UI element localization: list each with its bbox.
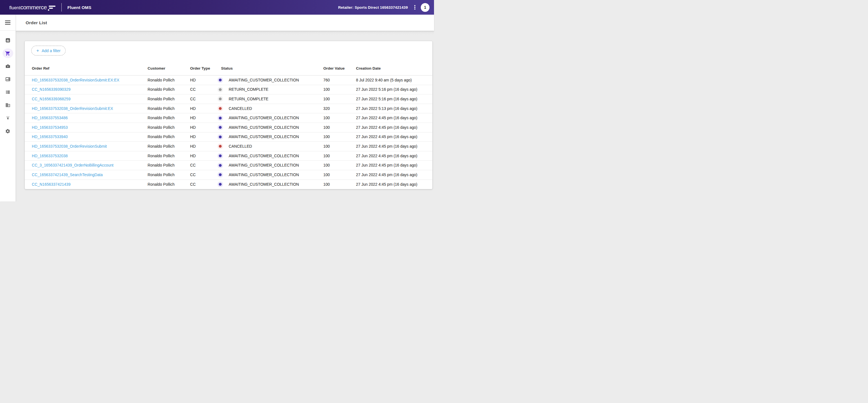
column-header-order-ref: Order Ref [32,66,148,70]
order-type-cell: HD [190,125,217,129]
order-ref-link[interactable]: CC_1656337421439_SearchTestingData [32,173,148,177]
filter-bar: + Add a filter [25,46,432,56]
hamburger-menu-icon[interactable] [0,15,16,31]
table-row: CC_1656337421439_SearchTestingDataRonald… [25,170,432,180]
status-dot-icon [219,164,222,167]
creation-date-cell: 27 Jun 2022 4:45 pm (16 days ago) [356,144,425,148]
order-type-cell: HD [190,144,217,148]
status-dot-icon [219,117,222,119]
order-ref-link[interactable]: CC_3_1656337421439_OrderNoBillingAccount [32,163,148,167]
table-row: HD_1656337533940Ronaldo PollichHDAWAITIN… [25,133,432,142]
sidebar-item-bar-chart[interactable] [0,34,16,47]
order-type-cell: CC [190,182,217,186]
customer-cell: Ronaldo Pollich [148,154,190,158]
customer-cell: Ronaldo Pollich [148,182,190,186]
customer-cell: Ronaldo Pollich [148,78,190,82]
status-cell: RETURN_COMPLETE [217,96,323,102]
status-dot-icon [219,97,222,100]
order-value-cell: 100 [323,116,356,120]
topbar: fluentcommerce Fluent OMS Retailer: Spor… [0,0,434,15]
status-dot-halo [217,153,223,159]
sidebar-item-briefcase-play[interactable] [0,60,16,73]
kebab-menu-icon[interactable] [413,5,417,10]
table-header-row: Order Ref Customer Order Type Status Ord… [25,61,432,76]
retailer-context-label: Retailer: Sports Direct 1656337421439 [338,5,408,9]
order-ref-link[interactable]: CC_N1656337421439 [32,182,148,186]
main-area: Order List + Add a filter Order Ref Cust… [16,15,434,202]
order-ref-link[interactable]: CC_N1656339390329 [32,87,148,92]
status-dot-icon [219,173,222,176]
add-filter-button[interactable]: + Add a filter [31,46,66,56]
order-ref-link[interactable]: HD_1656337532038_OrderRevisionSubmit:EX:… [32,78,148,82]
order-ref-link[interactable]: HD_1656337553486 [32,116,148,120]
sidebar-item-funnel-sparks[interactable] [0,112,16,124]
customer-cell: Ronaldo Pollich [148,107,190,111]
table-row: HD_1656337553486Ronaldo PollichHDAWAITIN… [25,113,432,123]
order-ref-link[interactable]: HD_1656337532038_OrderRevisionSubmit [32,144,148,148]
brand-logo-secondary: commerce [20,4,47,11]
add-filter-label: Add a filter [42,49,61,53]
vertical-dots-icon [413,5,417,10]
order-value-cell: 100 [323,154,356,158]
table-body: HD_1656337532038_OrderRevisionSubmit:EX:… [25,76,432,189]
sidebar-item-building[interactable] [0,98,16,112]
status-dot-icon [219,145,222,148]
gear-icon [5,128,10,134]
customer-cell: Ronaldo Pollich [148,116,190,120]
status-cell: AWAITING_CUSTOMER_COLLECTION [217,153,323,159]
status-cell: AWAITING_CUSTOMER_COLLECTION [217,172,323,177]
table-row: HD_1656337534953Ronaldo PollichHDAWAITIN… [25,123,432,133]
status-label: AWAITING_CUSTOMER_COLLECTION [229,154,299,158]
sidebar-item-gear[interactable] [0,124,16,138]
order-ref-link[interactable]: HD_1656337534953 [32,125,148,129]
order-type-cell: HD [190,135,217,139]
customer-cell: Ronaldo Pollich [148,163,190,167]
brand-logo[interactable]: fluentcommerce [9,4,56,11]
order-type-cell: HD [190,116,217,120]
status-cell: CANCELLED [217,143,323,149]
status-dot-halo [217,106,223,111]
status-dot-icon [219,154,222,157]
status-cell: AWAITING_CUSTOMER_COLLECTION [217,163,323,168]
status-dot-icon [219,183,222,186]
bar-chart-icon [5,38,10,43]
sidebar-item-list[interactable] [0,86,16,98]
customer-cell: Ronaldo Pollich [148,173,190,177]
table-row: CC_N1656337421439Ronaldo PollichCCAWAITI… [25,180,432,190]
sidebar-item-shopping-cart[interactable] [0,47,16,60]
status-label: AWAITING_CUSTOMER_COLLECTION [229,173,299,177]
order-list-card: + Add a filter Order Ref Customer Order … [25,41,432,189]
status-dot-halo [217,143,223,149]
order-value-cell: 100 [323,144,356,148]
status-label: AWAITING_CUSTOMER_COLLECTION [229,163,299,167]
order-ref-link[interactable]: HD_1656337532038 [32,154,148,158]
order-ref-link[interactable]: CC_N1656339368259 [32,97,148,101]
order-type-cell: HD [190,154,217,158]
creation-date-cell: 27 Jun 2022 4:45 pm (16 days ago) [356,125,425,129]
order-value-cell: 100 [323,87,356,92]
status-dot-icon [219,88,222,91]
creation-date-cell: 27 Jun 2022 5:13 pm (16 days ago) [356,107,425,111]
status-cell: CANCELLED [217,106,323,111]
order-value-cell: 100 [323,173,356,177]
table-row: CC_3_1656337421439_OrderNoBillingAccount… [25,161,432,170]
status-dot-halo [217,172,223,177]
order-ref-link[interactable]: HD_1656337532038_OrderRevisionSubmit:EX [32,107,148,111]
status-dot-halo [217,134,223,140]
page-header: Order List [16,15,434,31]
order-value-cell: 100 [323,163,356,167]
creation-date-cell: 27 Jun 2022 4:45 pm (16 days ago) [356,154,425,158]
order-type-cell: CC [190,163,217,167]
status-label: RETURN_COMPLETE [229,87,269,92]
status-dot-icon [219,126,222,129]
status-dot-icon [219,136,222,138]
sidebar-item-card-layout[interactable] [0,73,16,86]
status-cell: AWAITING_CUSTOMER_COLLECTION [217,115,323,121]
briefcase-play-icon [5,64,10,69]
column-header-order-value: Order Value [323,66,356,70]
fluent-logo-mark-icon [48,6,56,11]
order-ref-link[interactable]: HD_1656337533940 [32,135,148,139]
content-area: + Add a filter Order Ref Customer Order … [16,31,434,202]
user-avatar[interactable]: 1 [421,3,430,12]
column-header-status: Status [217,66,323,70]
